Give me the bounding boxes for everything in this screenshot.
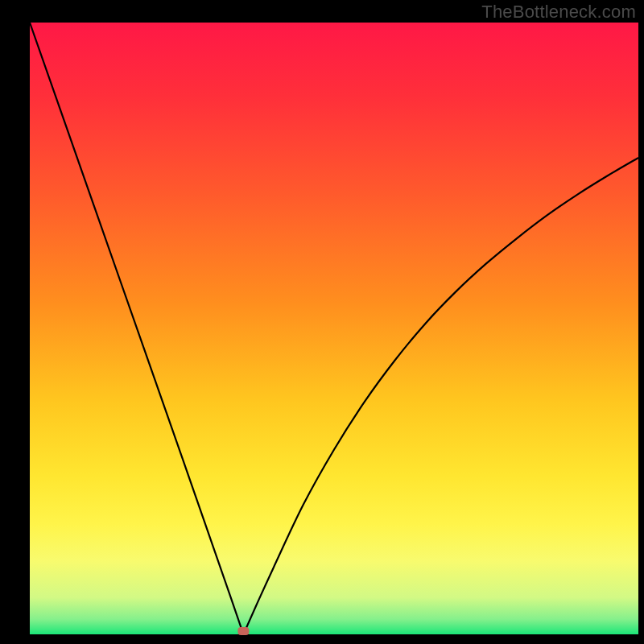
curve-vertex-marker <box>237 627 249 635</box>
chart-stage: TheBottleneck.com <box>0 0 644 644</box>
plot-background-gradient <box>30 23 638 634</box>
watermark-label: TheBottleneck.com <box>481 2 636 23</box>
bottleneck-chart <box>0 0 644 644</box>
